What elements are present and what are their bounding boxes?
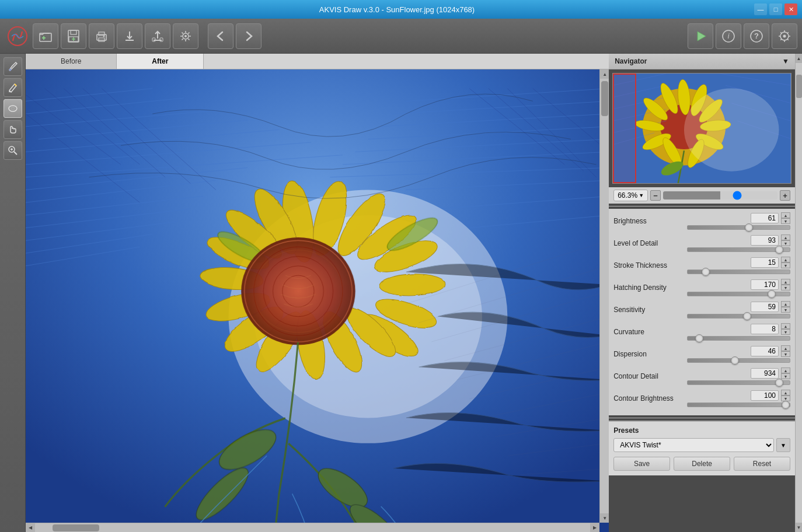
help-button[interactable]: ? <box>744 23 769 49</box>
brightness-spinner[interactable]: ▲ ▼ <box>781 212 790 224</box>
level-of-detail-up[interactable]: ▲ <box>781 235 790 240</box>
navigator-collapse-icon[interactable]: ▼ <box>782 57 789 65</box>
zoom-dropdown-icon[interactable]: ▼ <box>639 192 644 198</box>
vertical-scrollbar[interactable]: ▲ ▼ <box>599 69 609 523</box>
contour-detail-up[interactable]: ▲ <box>781 368 790 373</box>
svg-point-12 <box>184 35 187 37</box>
maximize-button[interactable]: □ <box>769 4 782 15</box>
zoom-slider[interactable] <box>663 191 777 200</box>
open-button[interactable] <box>33 23 58 49</box>
download-button[interactable] <box>117 23 142 49</box>
stroke-thickness-slider[interactable] <box>687 270 790 274</box>
contour-detail-row: Contour Detail 934 ▲ ▼ <box>613 368 790 385</box>
zoom-value: 66.3% <box>618 191 637 200</box>
hand-tool[interactable] <box>4 120 22 139</box>
hatching-density-spinner[interactable]: ▲ ▼ <box>781 279 790 290</box>
sensitivity-up[interactable]: ▲ <box>781 301 790 307</box>
presets-delete-button[interactable]: Delete <box>674 457 730 471</box>
print-button[interactable] <box>89 23 114 49</box>
before-tab[interactable]: Before <box>26 54 117 69</box>
presets-save-button[interactable]: Save <box>613 457 670 471</box>
presets-menu-button[interactable]: ▼ <box>776 438 790 452</box>
preferences-button[interactable] <box>772 23 797 49</box>
save-button[interactable] <box>61 23 86 49</box>
close-button[interactable]: ✕ <box>784 4 797 15</box>
brightness-row: Brightness 61 ▲ ▼ <box>613 212 790 230</box>
svg-rect-6 <box>99 32 104 36</box>
curvature-up[interactable]: ▲ <box>781 323 790 329</box>
zoom-in-button[interactable]: + <box>780 190 790 201</box>
minimize-button[interactable]: — <box>754 4 767 15</box>
canvas-image <box>26 69 609 532</box>
back-button[interactable] <box>208 23 233 49</box>
level-of-detail-row: Level of Detail 93 ▲ ▼ <box>613 235 790 252</box>
curvature-slider[interactable] <box>687 336 790 341</box>
scroll-down-arrow[interactable]: ▼ <box>600 513 609 523</box>
dispersion-up[interactable]: ▲ <box>781 345 790 351</box>
sensitivity-slider[interactable] <box>687 314 790 318</box>
level-of-detail-value[interactable]: 93 <box>751 235 779 246</box>
tools-panel <box>0 54 26 532</box>
contour-detail-spinner[interactable]: ▲ ▼ <box>781 368 790 379</box>
stroke-thickness-up[interactable]: ▲ <box>781 257 790 262</box>
scroll-thumb-vertical[interactable] <box>601 81 608 116</box>
stroke-thickness-spinner[interactable]: ▲ ▼ <box>781 257 790 268</box>
svg-text:i: i <box>728 32 730 40</box>
svg-rect-7 <box>99 38 104 41</box>
contour-brightness-spinner[interactable]: ▲ ▼ <box>781 390 790 401</box>
play-button[interactable] <box>688 23 713 49</box>
zoom-row: 66.3% ▼ − + <box>609 187 795 204</box>
sensitivity-value[interactable]: 59 <box>751 302 779 312</box>
right-panel-scrollbar[interactable]: ▲ ▼ <box>795 54 802 532</box>
dispersion-value[interactable]: 46 <box>751 346 779 356</box>
contour-brightness-slider[interactable] <box>687 402 790 407</box>
zoom-tool[interactable] <box>4 141 22 160</box>
level-of-detail-spinner[interactable]: ▲ ▼ <box>781 235 790 246</box>
curvature-value[interactable]: 8 <box>751 324 779 334</box>
contour-detail-slider[interactable] <box>687 380 790 385</box>
dispersion-spinner[interactable]: ▲ ▼ <box>781 345 790 357</box>
zoom-display[interactable]: 66.3% ▼ <box>613 190 648 201</box>
brightness-slider[interactable] <box>687 225 790 230</box>
after-tab[interactable]: After <box>117 54 204 69</box>
eraser-tool[interactable] <box>4 99 22 118</box>
canvas-tabs: Before After <box>26 54 609 69</box>
contour-detail-value[interactable]: 934 <box>751 368 779 379</box>
right-scroll-up[interactable]: ▲ <box>796 54 802 63</box>
settings-button[interactable] <box>173 23 198 49</box>
scroll-left-arrow[interactable]: ◀ <box>26 523 35 533</box>
level-of-detail-slider[interactable] <box>687 247 790 252</box>
horizontal-scrollbar[interactable]: ◀ ▶ <box>26 523 599 532</box>
right-panel-area: Navigator ▼ <box>609 54 802 532</box>
contour-brightness-up[interactable]: ▲ <box>781 390 790 396</box>
presets-section: Presets AKVIS Twist* ▼ Save Delete Reset <box>609 421 795 475</box>
dispersion-control: 46 ▲ ▼ <box>687 345 790 363</box>
navigator-preview <box>612 73 791 184</box>
upload-button[interactable] <box>145 23 170 49</box>
svg-text:?: ? <box>754 32 759 40</box>
curvature-spinner[interactable]: ▲ ▼ <box>781 323 790 335</box>
scroll-up-arrow[interactable]: ▲ <box>600 69 609 79</box>
info-button[interactable]: i <box>716 23 741 49</box>
right-scroll-thumb[interactable] <box>796 75 802 98</box>
title-bar: AKVIS Draw v.3.0 - SunFlower.jpg (1024x7… <box>0 0 802 19</box>
dispersion-slider[interactable] <box>687 358 790 363</box>
zoom-out-button[interactable]: − <box>650 190 661 201</box>
hatching-density-value[interactable]: 170 <box>751 279 779 290</box>
forward-button[interactable] <box>236 23 261 49</box>
contour-detail-label: Contour Detail <box>613 372 684 380</box>
pencil-tool[interactable] <box>4 78 22 97</box>
hatching-density-slider[interactable] <box>687 292 790 296</box>
stroke-thickness-value[interactable]: 15 <box>751 257 779 268</box>
brightness-up[interactable]: ▲ <box>781 212 790 218</box>
sensitivity-spinner[interactable]: ▲ ▼ <box>781 301 790 313</box>
presets-reset-button[interactable]: Reset <box>734 457 790 471</box>
contour-brightness-value[interactable]: 100 <box>751 390 779 401</box>
hatching-density-up[interactable]: ▲ <box>781 279 790 285</box>
brightness-value[interactable]: 61 <box>751 213 779 223</box>
brush-tool[interactable] <box>4 57 22 76</box>
right-scroll-down[interactable]: ▼ <box>796 523 802 532</box>
presets-select[interactable]: AKVIS Twist* <box>613 438 774 452</box>
scroll-right-arrow[interactable]: ▶ <box>590 523 599 533</box>
scroll-thumb-horizontal[interactable] <box>53 524 99 531</box>
